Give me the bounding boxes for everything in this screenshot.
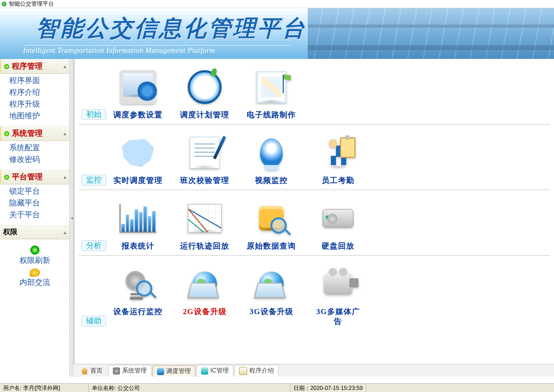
tile-label: 视频监控 — [246, 176, 297, 190]
nav-item-hide-platform[interactable]: 隐藏平台 — [9, 197, 69, 209]
chevron-up-icon: ▴ — [64, 64, 66, 69]
hard-disk-icon — [323, 209, 353, 228]
runner-clip-icon — [326, 137, 350, 168]
tile-shift-verify[interactable]: 班次校验管理 — [179, 130, 230, 190]
tile-eroute-design[interactable]: 电子线路制作 — [246, 64, 297, 124]
tile-label: 实时调度管理 — [112, 176, 164, 190]
tile-label: 原始数据查询 — [246, 241, 297, 255]
nav-item-change-pwd[interactable]: 修改密码 — [9, 154, 69, 166]
tab-system-mgmt[interactable]: 系统管理 — [108, 365, 151, 376]
tile-video-monitor[interactable]: 视频监控 — [246, 130, 297, 190]
section-label: 初始 — [82, 109, 106, 120]
bullet-icon — [4, 131, 9, 136]
nav-group-system-mgmt: 系统管理 ▴ 系统配置 修改密码 — [0, 126, 69, 168]
sidebar: 程序管理 ▴ 程序界面 程序介绍 程序升级 地图维护 系统管理 ▴ 系统配置 修… — [0, 59, 70, 377]
map-flag-icon — [256, 71, 286, 103]
card-icon — [201, 367, 208, 375]
tile-2g-upgrade[interactable]: 2G设备升级 — [179, 261, 230, 331]
status-bar: 用户名: 李丹[菏泽外网] 单位名称: 公交公司 日期： 2020-07-15 … — [0, 383, 554, 392]
status-user: 用户名: 李丹[菏泽外网] — [0, 384, 89, 392]
line-chart-icon — [188, 204, 222, 233]
tile-label: 调度计划管理 — [179, 110, 230, 124]
nav-item-lock-platform[interactable]: 锁定平台 — [9, 185, 69, 197]
tile-3g-media-ad[interactable]: 3G多媒体广告 — [312, 261, 364, 331]
nav-item-program-ui[interactable]: 程序界面 — [9, 75, 69, 87]
nav-head-permission[interactable]: 权限 ▴ — [0, 225, 69, 239]
camcorder-icon — [324, 273, 352, 295]
perm-refresh-link[interactable]: 权限刷新 — [0, 256, 69, 265]
section-label: 分析 — [82, 240, 106, 251]
tile-label: 员工考勤 — [312, 176, 364, 190]
tile-label: 报表统计 — [112, 241, 164, 255]
bullet-icon — [4, 64, 9, 69]
status-value: 2020-07-15 15:23:59 — [310, 385, 363, 391]
nav-head-label: 权限 — [3, 228, 17, 237]
banner-artwork — [308, 8, 554, 59]
banner-subtitle: Intelligent Transportation Information M… — [23, 45, 290, 55]
tile-report-stats[interactable]: 报表统计 — [112, 195, 164, 255]
banner-title: 智能公交信息化管理平台 — [36, 13, 307, 44]
refresh-icon — [30, 245, 39, 255]
tab-label: IC管理 — [210, 366, 229, 375]
monitor-gear-icon — [120, 70, 156, 104]
section-monitor: 监控 实时调度管理 班次校验管理 视频监控 员工考勤 — [78, 125, 550, 190]
tile-dispatch-plan[interactable]: 调度计划管理 — [179, 64, 230, 124]
status-value: 公交公司 — [117, 384, 140, 392]
tile-track-playback[interactable]: 运行轨迹回放 — [179, 195, 230, 255]
clock-icon — [188, 70, 222, 104]
tile-staff-attendance[interactable]: 员工考勤 — [312, 130, 364, 190]
chevron-up-icon: ▴ — [64, 131, 66, 136]
banner: 智能公交信息化管理平台 Intelligent Transportation I… — [0, 8, 554, 60]
tab-program-intro[interactable]: 程序介绍 — [234, 365, 279, 376]
window-titlebar: 智能公交管理平台 — [0, 0, 554, 8]
bottom-tabs: 首页 系统管理 调度管理 IC管理 程序介绍 — [73, 364, 554, 377]
tile-raw-data-query[interactable]: 原始数据查询 — [246, 195, 297, 255]
tab-label: 首页 — [90, 366, 103, 375]
nav-head-label: 平台管理 — [12, 172, 43, 182]
section-label: 监控 — [82, 175, 106, 185]
nav-group-permission: 权限 ▴ 权限刷新 内部交流 — [0, 225, 69, 291]
nav-item-about-platform[interactable]: 关于平台 — [9, 209, 69, 221]
tab-dispatch-mgmt[interactable]: 调度管理 — [152, 365, 195, 377]
section-assist: 辅助 设备运行监控 2G设备升级 3G设备升级 3G多媒体广告 — [78, 256, 550, 331]
gear-icon — [113, 367, 120, 375]
app-icon — [2, 2, 7, 7]
tab-ic-mgmt[interactable]: IC管理 — [196, 365, 233, 376]
globe-laptop-icon — [192, 272, 217, 296]
tile-3g-upgrade[interactable]: 3G设备升级 — [246, 261, 297, 331]
tile-label: 调度参数设置 — [112, 110, 164, 124]
tile-label: 2G设备升级 — [179, 307, 230, 321]
window-title: 智能公交管理平台 — [9, 0, 54, 8]
chevron-left-icon: ◂ — [71, 216, 73, 220]
internal-chat-link[interactable]: 内部交流 — [0, 278, 69, 287]
china-map-icon — [120, 137, 156, 168]
status-date: 日期： 2020-07-15 15:23:59 — [290, 384, 366, 392]
tile-label: 运行轨迹回放 — [179, 241, 230, 255]
dashboard-main: 初始 调度参数设置 调度计划管理 电子线路制作 监控 — [74, 59, 554, 377]
status-label: 日期： — [293, 384, 310, 392]
sidebar-splitter[interactable]: ◂ — [70, 59, 74, 377]
edit-doc-icon — [190, 137, 220, 169]
nav-group-program-mgmt: 程序管理 ▴ 程序界面 程序介绍 程序升级 地图维护 — [0, 59, 69, 124]
status-label: 用户名: — [3, 384, 22, 392]
mic-search-icon — [123, 268, 153, 300]
tile-hdd-playback[interactable]: 硬盘回放 — [312, 195, 364, 255]
nav-item-program-upgrade[interactable]: 程序升级 — [9, 98, 69, 110]
nav-head-system-mgmt[interactable]: 系统管理 ▴ — [0, 126, 69, 141]
nav-item-program-intro[interactable]: 程序介绍 — [9, 87, 69, 98]
nav-head-program-mgmt[interactable]: 程序管理 ▴ — [0, 59, 69, 74]
tile-dispatch-params[interactable]: 调度参数设置 — [112, 64, 164, 124]
section-analysis: 分析 报表统计 运行轨迹回放 原始数据查询 — [78, 190, 550, 256]
tile-label: 班次校验管理 — [179, 176, 230, 190]
tile-label: 3G多媒体广告 — [312, 307, 364, 331]
nav-item-sys-config[interactable]: 系统配置 — [9, 142, 69, 154]
section-label: 辅助 — [82, 316, 106, 326]
tile-label: 设备运行监控 — [112, 307, 164, 321]
db-search-icon — [259, 206, 284, 231]
tile-device-monitor[interactable]: 设备运行监控 — [112, 261, 164, 331]
nav-item-map-maintain[interactable]: 地图维护 — [9, 110, 69, 122]
nav-head-platform-mgmt[interactable]: 平台管理 ▴ — [0, 170, 69, 184]
globe-laptop-icon — [259, 272, 284, 296]
tab-home[interactable]: 首页 — [76, 365, 107, 376]
tile-realtime-dispatch[interactable]: 实时调度管理 — [112, 130, 164, 190]
